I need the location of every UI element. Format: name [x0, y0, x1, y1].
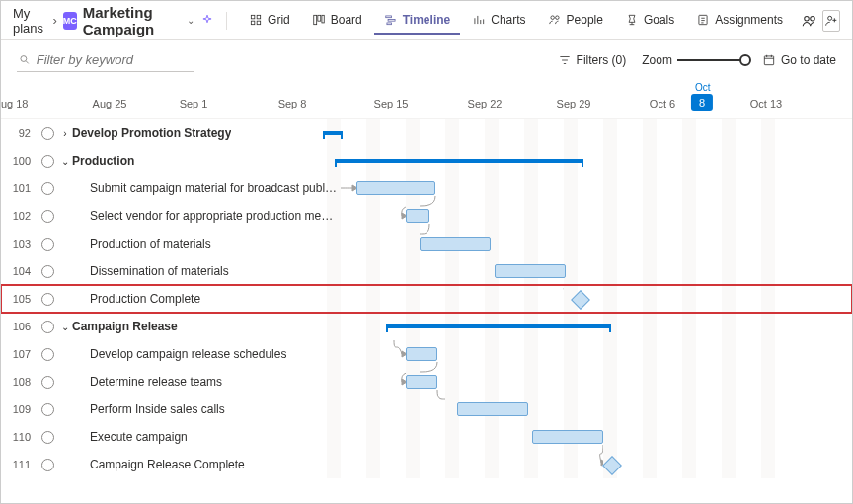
tab-people[interactable]: People	[538, 7, 613, 35]
search-icon	[19, 53, 31, 66]
row-number: 107	[1, 348, 37, 360]
status-circle-icon[interactable]	[41, 155, 54, 168]
task-bar[interactable]	[406, 375, 437, 389]
status-cell[interactable]	[37, 265, 58, 278]
calendar-icon	[762, 53, 776, 67]
status-cell[interactable]	[37, 403, 58, 416]
task-bar[interactable]	[406, 209, 429, 223]
person-add-icon[interactable]	[822, 10, 840, 32]
task-row[interactable]: 110 Execute campaign	[1, 423, 852, 451]
plan-name[interactable]: Marketing Campaign	[83, 4, 180, 37]
summary-bar[interactable]	[335, 159, 583, 163]
svg-point-11	[555, 15, 559, 18]
status-cell[interactable]	[37, 321, 58, 333]
status-cell[interactable]	[37, 182, 58, 195]
summary-bar[interactable]	[386, 324, 611, 328]
task-bar[interactable]	[356, 181, 435, 195]
tab-board[interactable]: Board	[302, 7, 372, 35]
date-tick: Aug 25	[93, 98, 127, 109]
gantt-rows: 92 › Develop Promotion Strategy 100 ⌄ Pr…	[1, 119, 852, 478]
month-label: Oct	[695, 82, 711, 93]
task-bar[interactable]	[532, 430, 603, 444]
team-icon[interactable]	[801, 10, 818, 32]
status-cell[interactable]	[37, 376, 58, 389]
row-number: 108	[1, 376, 37, 388]
svg-rect-3	[257, 21, 261, 25]
tab-label: Grid	[268, 13, 290, 27]
filter-search[interactable]	[17, 48, 194, 72]
status-circle-icon[interactable]	[41, 459, 54, 471]
grid-icon	[249, 13, 263, 27]
task-bar[interactable]	[457, 402, 528, 416]
svg-rect-5	[318, 15, 321, 21]
status-cell[interactable]	[37, 155, 58, 168]
zoom-slider[interactable]	[677, 59, 746, 61]
task-row[interactable]: 104 Dissemination of materials	[1, 257, 852, 285]
status-circle-icon[interactable]	[41, 210, 54, 223]
status-circle-icon[interactable]	[41, 182, 54, 195]
today-marker[interactable]: 8	[691, 94, 713, 111]
goto-date-button[interactable]: Go to date	[762, 53, 836, 67]
status-cell[interactable]	[37, 459, 58, 471]
toggle-icon[interactable]: ›	[58, 128, 72, 139]
task-row[interactable]: 111 Campaign Release Complete	[1, 451, 852, 478]
status-cell[interactable]	[37, 210, 58, 223]
filter-input[interactable]	[37, 52, 193, 67]
svg-rect-1	[257, 15, 261, 19]
status-circle-icon[interactable]	[41, 127, 54, 140]
status-cell[interactable]	[37, 127, 58, 140]
date-tick: Sep 1	[180, 98, 208, 109]
timeline-icon	[384, 13, 398, 27]
task-name: Production	[72, 154, 134, 168]
svg-rect-7	[386, 15, 392, 17]
breadcrumb-root[interactable]: My plans	[13, 6, 46, 36]
status-circle-icon[interactable]	[41, 293, 54, 306]
status-cell[interactable]	[37, 431, 58, 444]
task-bar[interactable]	[406, 347, 437, 361]
status-circle-icon[interactable]	[41, 238, 54, 251]
date-tick: Oct 6	[650, 98, 675, 109]
goto-date-label: Go to date	[781, 53, 836, 67]
status-cell[interactable]	[37, 293, 58, 306]
status-circle-icon[interactable]	[41, 431, 54, 444]
svg-point-16	[21, 56, 27, 62]
toggle-icon[interactable]: ⌄	[58, 156, 72, 167]
svg-point-15	[828, 16, 832, 20]
tab-label: Board	[331, 13, 362, 27]
status-cell[interactable]	[37, 238, 58, 251]
summary-bar[interactable]	[323, 131, 343, 135]
task-bar[interactable]	[495, 264, 566, 278]
filter-icon	[558, 53, 572, 67]
task-row[interactable]: 105 Production Complete	[1, 285, 852, 313]
row-number: 92	[1, 127, 37, 139]
row-number: 102	[1, 210, 37, 222]
filters-button[interactable]: Filters (0)	[558, 53, 627, 67]
row-number: 100	[1, 155, 37, 167]
toggle-icon[interactable]: ⌄	[58, 322, 72, 332]
status-cell[interactable]	[37, 348, 58, 361]
task-name: Execute campaign	[72, 430, 188, 444]
status-circle-icon[interactable]	[41, 376, 54, 389]
status-circle-icon[interactable]	[41, 348, 54, 361]
zoom-label: Zoom	[642, 53, 672, 67]
tab-assignments[interactable]: Assignments	[686, 7, 793, 35]
status-circle-icon[interactable]	[41, 265, 54, 278]
svg-rect-9	[387, 22, 392, 24]
assignments-icon	[696, 13, 710, 27]
chevron-down-icon[interactable]: ⌄	[187, 15, 194, 26]
tab-timeline[interactable]: Timeline	[374, 7, 460, 35]
row-number: 104	[1, 265, 37, 277]
sparkle-icon[interactable]	[200, 13, 214, 29]
row-number: 111	[1, 459, 37, 470]
status-circle-icon[interactable]	[41, 403, 54, 416]
task-bar[interactable]	[420, 237, 491, 251]
tab-goals[interactable]: Goals	[615, 7, 684, 35]
tab-grid[interactable]: Grid	[239, 7, 300, 35]
tab-charts[interactable]: Charts	[462, 7, 535, 35]
status-circle-icon[interactable]	[41, 321, 54, 333]
zoom-control[interactable]: Zoom	[642, 53, 746, 67]
task-row[interactable]: 109 Perform Inside sales calls	[1, 396, 852, 423]
task-row[interactable]: 92 › Develop Promotion Strategy	[1, 119, 852, 147]
task-name: Campaign Release Complete	[72, 458, 245, 471]
task-name: Develop Promotion Strategy	[72, 126, 231, 140]
